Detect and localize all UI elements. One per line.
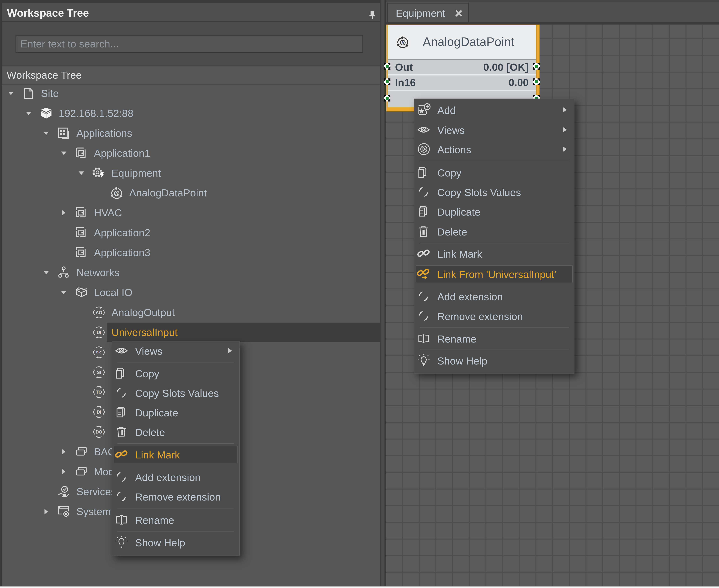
- svg-text:A: A: [401, 40, 404, 45]
